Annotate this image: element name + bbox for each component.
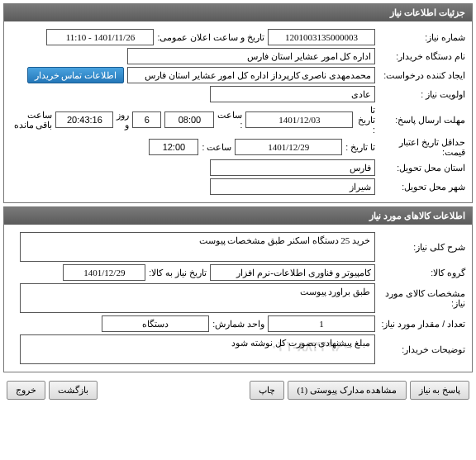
panel2-body: شرح کلی نیاز: گروه کالا: تاریخ نیاز به ک… <box>4 225 472 372</box>
group-label: گروه کالا: <box>378 268 465 277</box>
print-button[interactable]: چاپ <box>250 381 284 400</box>
goods-info-panel: اطلاعات کالاهای مورد نیاز شرح کلی نیاز: … <box>3 206 473 372</box>
buyer-contact-button[interactable]: اطلاعات تماس خریدار <box>27 67 124 83</box>
time-label-1: ساعت : <box>217 110 242 130</box>
need-details-panel: جزئیات اطلاعات نیاز شماره نیاز: تاریخ و … <box>3 3 473 203</box>
city-label: شهر محل تحویل: <box>378 182 465 192</box>
province-label: استان محل تحویل: <box>378 163 465 173</box>
province-field <box>210 159 375 176</box>
valid-date-field <box>235 139 342 155</box>
qty-field <box>268 315 375 332</box>
panel1-header: جزئیات اطلاعات نیاز <box>4 4 472 21</box>
back-button[interactable]: بازگشت <box>49 381 98 400</box>
need-no-field <box>268 29 375 45</box>
time-remaining-suffix: ساعت باقی مانده <box>11 110 52 130</box>
need-date-field <box>63 264 145 281</box>
need-no-label: شماره نیاز: <box>378 32 465 42</box>
deadline-label: مهلت ارسال پاسخ: <box>378 115 465 125</box>
need-date-label: تاریخ نیاز به کالا: <box>149 268 207 277</box>
spec-field <box>20 283 375 313</box>
buyer-org-label: نام دستگاه خریدار: <box>378 51 465 61</box>
desc-label: شرح کلی نیاز: <box>378 242 465 252</box>
buyer-notes-label: توضیحات خریدار: <box>378 344 465 354</box>
priority-field <box>210 86 375 102</box>
footer-bar: پاسخ به نیاز مشاهده مدارک پیوستی (1) چاپ… <box>0 376 476 405</box>
reply-button[interactable]: پاسخ به نیاز <box>410 381 470 400</box>
requester-label: ایجاد کننده درخواست: <box>378 70 465 80</box>
time-label-2: ساعت : <box>202 142 231 152</box>
public-datetime-label: تاریخ و ساعت اعلان عمومی: <box>157 32 264 42</box>
public-datetime-field <box>46 29 154 45</box>
exit-button[interactable]: خروج <box>7 381 45 400</box>
group-field <box>210 264 375 281</box>
desc-field <box>20 232 375 262</box>
panel1-body: شماره نیاز: تاریخ و ساعت اعلان عمومی: نا… <box>4 21 472 202</box>
to-date-label-1: تا تاریخ : <box>356 105 375 135</box>
buyer-notes-field <box>20 334 375 364</box>
requester-field <box>127 67 375 83</box>
spec-label: مشخصات کالای مورد نیاز: <box>378 288 465 308</box>
days-and-text: روز و <box>117 110 129 130</box>
valid-time-field <box>149 139 198 155</box>
qty-label: تعداد / مقدار مورد نیاز: <box>378 319 465 329</box>
unit-field <box>102 315 209 332</box>
city-field <box>210 178 375 195</box>
valid-price-deadline-label: حداقل تاریخ اعتبار قیمت: <box>378 137 465 157</box>
time-remaining-field <box>55 111 113 128</box>
panel2-header: اطلاعات کالاهای مورد نیاز <box>4 207 472 225</box>
days-remaining-field <box>132 111 161 128</box>
deadline-time-field <box>164 111 214 128</box>
unit-label: واحد شمارش: <box>212 319 264 329</box>
priority-label: اولویت نیاز : <box>378 89 465 99</box>
to-date-label-2: تا تاریخ : <box>345 142 375 152</box>
deadline-date-field <box>245 111 353 128</box>
attachments-button[interactable]: مشاهده مدارک پیوستی (1) <box>288 381 406 400</box>
buyer-org-field <box>127 48 375 64</box>
